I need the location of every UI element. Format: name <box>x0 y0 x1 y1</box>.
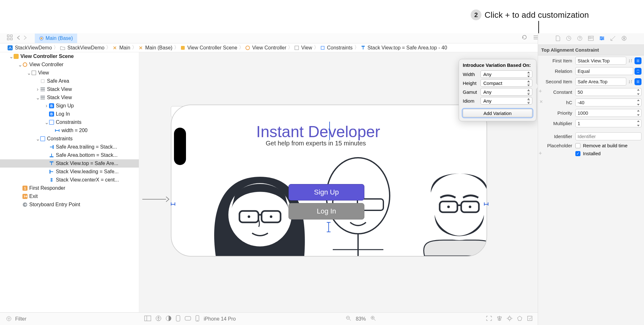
bc-0[interactable]: StackViewDemo <box>15 45 52 51</box>
installed-checkbox[interactable]: ✓ <box>575 151 580 156</box>
outline-c-bottom[interactable]: Safe Area.bottom = Stack... <box>0 151 139 159</box>
swap-items-icon[interactable] <box>628 58 633 64</box>
popover-idiom-select[interactable]: Any <box>480 97 532 105</box>
outline-constraints-1[interactable]: ⌄ Constraints <box>0 118 139 126</box>
constant-label: Constant <box>538 89 575 95</box>
tab-connections-icon[interactable] <box>621 35 627 42</box>
bc-3[interactable]: Main (Base) <box>145 45 172 51</box>
popover-width-select[interactable]: Any <box>480 70 532 78</box>
outline-stackview-2[interactable]: ⌄ Stack View <box>0 93 139 102</box>
add-variation-button[interactable]: Add Variation <box>463 109 532 117</box>
outline-exit[interactable]: Exit <box>0 192 139 201</box>
svg-rect-10 <box>295 46 299 50</box>
layout-grid-icon[interactable] <box>7 35 13 42</box>
annot-2: 2 Click + to add customization <box>471 10 589 20</box>
outline-safe-area[interactable]: Safe Area <box>0 77 139 85</box>
orientation-portrait-icon[interactable] <box>176 315 180 323</box>
outline-c-leading[interactable]: Stack View.leading = Safe... <box>0 168 139 176</box>
outline-c-centerx[interactable]: Stack View.centerX = cent... <box>0 176 139 184</box>
identifier-input[interactable] <box>575 132 641 140</box>
signup-button[interactable]: Sign Up <box>288 184 364 201</box>
pin-icon[interactable] <box>507 315 512 322</box>
outline-view[interactable]: ⌄ View <box>0 69 139 77</box>
outline-first-responder[interactable]: 1 First Responder <box>0 184 139 192</box>
nav-forward-icon[interactable] <box>23 35 27 41</box>
tab-help-icon[interactable]: ? <box>577 35 583 42</box>
remove-hc-variation-button[interactable]: ✕ <box>539 99 543 104</box>
tab-size-icon[interactable] <box>610 35 616 42</box>
popover-gamut-select[interactable]: Any <box>480 88 532 96</box>
outline-constraints-2[interactable]: ⌄ Constraints <box>0 135 139 143</box>
bc-8[interactable]: Stack View.top = Safe Area.top - 40 <box>368 45 447 51</box>
outline-scene[interactable]: ⌄ View Controller Scene <box>0 52 139 61</box>
tab-file-icon[interactable] <box>555 35 560 42</box>
outline-vc[interactable]: ⌄ View Controller <box>0 61 139 69</box>
popover-title: Introduce Variation Based On: <box>463 62 532 68</box>
device-phone-icon[interactable] <box>195 315 199 323</box>
outline-width-200[interactable]: width = 200 <box>0 126 139 135</box>
zoom-value[interactable]: 83% <box>356 316 366 322</box>
filter-input[interactable] <box>15 316 139 322</box>
tab-history-icon[interactable] <box>566 35 572 42</box>
svg-text:?: ? <box>579 36 580 40</box>
zoom-in-icon[interactable] <box>370 315 376 322</box>
hc-input[interactable]: -40 <box>575 99 641 106</box>
second-item-menu-button[interactable] <box>635 78 641 85</box>
tab-attributes-icon[interactable] <box>599 36 605 41</box>
file-tab-main[interactable]: Main (Base) <box>35 34 77 43</box>
multiplier-stepper[interactable] <box>636 120 641 127</box>
identifier-label: Identifier <box>538 134 575 139</box>
login-button[interactable]: Log In <box>288 203 364 220</box>
filter-icon <box>6 316 12 322</box>
outline-c-top-selected[interactable]: Stack View.top = Safe Are... <box>0 159 139 168</box>
popover-height-label: Height <box>463 80 480 86</box>
relation-select[interactable]: Equal <box>575 67 633 75</box>
outline-stackview-1[interactable]: › Stack View <box>0 85 139 93</box>
svg-point-14 <box>23 63 27 67</box>
first-item-select[interactable]: Stack View.Top <box>575 57 626 65</box>
embed-icon[interactable] <box>527 315 533 322</box>
resolve-icon[interactable] <box>517 315 523 322</box>
outline-c-trailing[interactable]: Safe Area.trailing = Stack... <box>0 143 139 151</box>
svg-point-9 <box>246 46 250 50</box>
constant-input[interactable]: 50 <box>575 88 641 96</box>
bc-7[interactable]: Constraints <box>327 45 353 51</box>
hc-label: hC <box>538 100 575 105</box>
relation-menu-button[interactable] <box>635 68 641 75</box>
bc-1[interactable]: StackViewDemo <box>67 45 104 51</box>
svg-rect-74 <box>185 316 191 320</box>
outline-btn-signup[interactable]: ›B Sign Up <box>0 102 139 110</box>
priority-stepper[interactable] <box>636 110 641 116</box>
svg-rect-8 <box>181 46 185 50</box>
bc-6[interactable]: View <box>301 45 312 51</box>
appearance-icon[interactable] <box>166 315 171 322</box>
add-constant-variation-button[interactable]: + <box>539 88 542 95</box>
priority-input[interactable]: 1000 <box>575 109 641 117</box>
bc-2[interactable]: Main <box>119 45 130 51</box>
nav-back-icon[interactable] <box>16 35 20 41</box>
placeholder-checkbox[interactable] <box>575 143 580 148</box>
toggle-outline-icon[interactable] <box>144 315 151 322</box>
refresh-icon[interactable] <box>522 35 527 42</box>
swap-items-icon-2[interactable] <box>628 79 633 85</box>
second-item-select[interactable]: Safe Area.Top <box>575 78 626 86</box>
hc-stepper[interactable] <box>636 99 641 106</box>
outline-btn-login[interactable]: B Log In <box>0 110 139 118</box>
bc-4[interactable]: View Controller Scene <box>187 45 237 51</box>
popover-height-select[interactable]: Compact <box>480 79 532 87</box>
svg-rect-75 <box>196 315 199 321</box>
outline-storyboard-entry[interactable]: Storyboard Entry Point <box>0 201 139 209</box>
constant-stepper[interactable] <box>636 89 641 95</box>
tab-identity-icon[interactable] <box>588 36 594 42</box>
first-item-menu-button[interactable] <box>635 57 641 64</box>
accessibility-icon[interactable] <box>156 315 161 322</box>
bc-5[interactable]: View Controller <box>252 45 286 51</box>
orientation-landscape-icon[interactable] <box>185 316 191 322</box>
align-icon[interactable] <box>497 315 502 322</box>
placeholder-check-text: Remove at build time <box>583 143 628 148</box>
multiplier-input[interactable]: 1 <box>575 119 641 127</box>
add-installed-variation-button[interactable]: + <box>539 150 542 157</box>
device-label[interactable]: iPhone 14 Pro <box>204 316 236 322</box>
zoom-out-icon[interactable] <box>346 315 351 322</box>
zoom-fit-icon[interactable] <box>486 315 492 322</box>
